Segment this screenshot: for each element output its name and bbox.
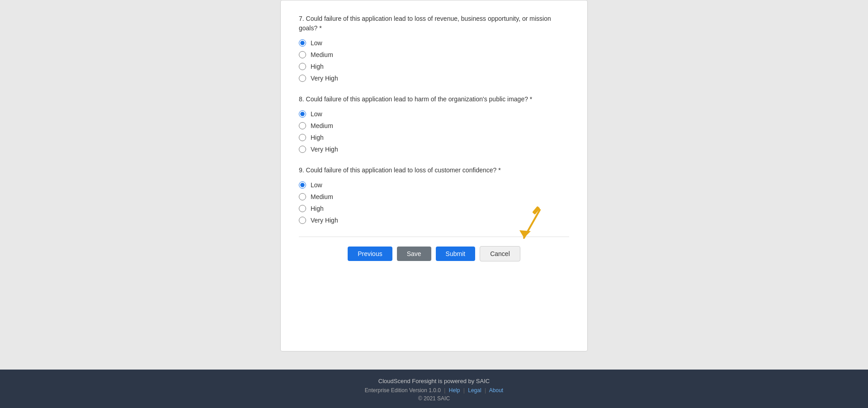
q8-option-high[interactable]: High	[299, 134, 569, 141]
q7-option-very-high[interactable]: Very High	[299, 75, 569, 82]
q7-radio-low[interactable]	[299, 39, 306, 47]
svg-marker-1	[519, 230, 531, 238]
footer-sep-1: |	[444, 387, 445, 394]
footer-legal-link[interactable]: Legal	[468, 387, 481, 394]
question-8-text: 8. Could failure of this application lea…	[299, 95, 569, 104]
footer-version-row: Enterprise Edition Version 1.0.0 | Help …	[9, 387, 859, 394]
q9-label-high: High	[311, 205, 324, 212]
q7-radio-very-high[interactable]	[299, 75, 306, 82]
q7-label-very-high: Very High	[311, 75, 338, 82]
footer-sep-2: |	[463, 387, 465, 394]
q9-radio-low[interactable]	[299, 181, 306, 189]
q9-option-medium[interactable]: Medium	[299, 193, 569, 200]
footer-version-text: Enterprise Edition Version 1.0.0	[365, 387, 441, 394]
q8-label-low: Low	[311, 110, 322, 118]
q9-option-low[interactable]: Low	[299, 181, 569, 189]
q8-radio-high[interactable]	[299, 134, 306, 141]
question-8-block: 8. Could failure of this application lea…	[299, 95, 569, 153]
q8-option-very-high[interactable]: Very High	[299, 146, 569, 153]
q8-label-medium: Medium	[311, 122, 333, 129]
main-content: 7. Could failure of this application lea…	[0, 0, 868, 370]
footer-sep-3: |	[485, 387, 486, 394]
q9-radio-very-high[interactable]	[299, 217, 306, 224]
q7-label-medium: Medium	[311, 51, 333, 58]
footer: CloudScend Foresight is powered by SAIC …	[0, 370, 868, 408]
question-7-block: 7. Could failure of this application lea…	[299, 14, 569, 82]
save-button[interactable]: Save	[397, 247, 431, 261]
footer-powered-text: CloudScend Foresight is powered by SAIC	[9, 378, 859, 384]
q8-radio-low[interactable]	[299, 110, 306, 118]
question-7-text: 7. Could failure of this application lea…	[299, 14, 569, 33]
q7-label-low: Low	[311, 39, 322, 47]
q8-radio-very-high[interactable]	[299, 146, 306, 153]
q9-radio-medium[interactable]	[299, 193, 306, 200]
form-card: 7. Could failure of this application lea…	[280, 0, 588, 351]
q8-option-low[interactable]: Low	[299, 110, 569, 118]
q9-label-low: Low	[311, 181, 322, 189]
q7-label-high: High	[311, 63, 324, 70]
footer-copyright: © 2021 SAIC	[9, 395, 859, 402]
q9-label-very-high: Very High	[311, 217, 338, 224]
footer-help-link[interactable]: Help	[449, 387, 460, 394]
q7-option-low[interactable]: Low	[299, 39, 569, 47]
q8-label-high: High	[311, 134, 324, 141]
footer-about-link[interactable]: About	[489, 387, 503, 394]
q9-label-medium: Medium	[311, 193, 333, 200]
q7-radio-medium[interactable]	[299, 51, 306, 58]
q9-radio-high[interactable]	[299, 205, 306, 212]
submit-arrow-annotation	[504, 205, 544, 246]
q8-label-very-high: Very High	[311, 146, 338, 153]
button-row: Previous Save Submit Cancel	[299, 246, 569, 261]
q8-radio-medium[interactable]	[299, 122, 306, 129]
q7-option-medium[interactable]: Medium	[299, 51, 569, 58]
question-9-text: 9. Could failure of this application lea…	[299, 166, 569, 175]
previous-button[interactable]: Previous	[348, 247, 392, 261]
submit-button[interactable]: Submit	[436, 247, 476, 261]
cancel-button[interactable]: Cancel	[480, 246, 520, 261]
q7-radio-high[interactable]	[299, 63, 306, 70]
q7-option-high[interactable]: High	[299, 63, 569, 70]
q8-option-medium[interactable]: Medium	[299, 122, 569, 129]
